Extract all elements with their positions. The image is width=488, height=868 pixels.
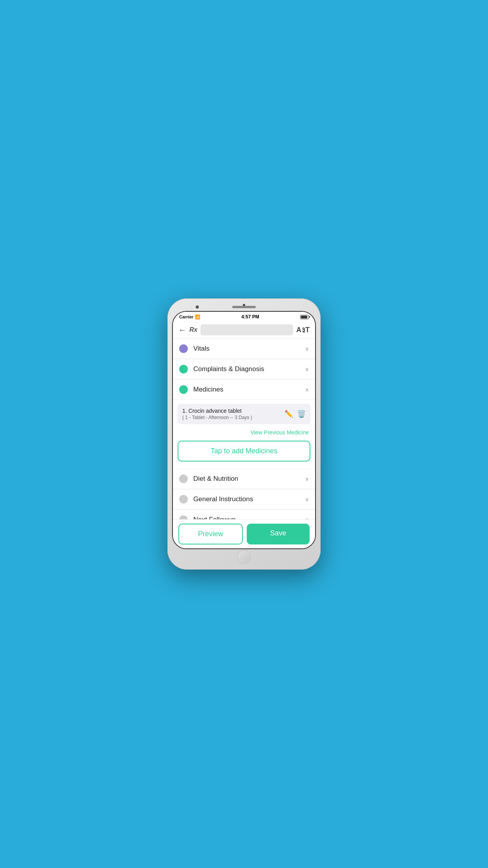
wifi-icon: 📶 <box>195 314 200 320</box>
general-section: General Instructions ∨ <box>173 489 315 509</box>
vitals-section: Vitals ∨ <box>173 339 315 359</box>
scroll-area: Vitals ∨ Complaints & Diagnosis ∨ Medici… <box>173 339 315 519</box>
general-title: General Instructions <box>193 495 305 503</box>
vitals-title: Vitals <box>193 345 305 353</box>
phone-screen: Carrier 📶 4:57 PM ← Rx A३T Vitals <box>172 311 316 549</box>
phone-frame: Carrier 📶 4:57 PM ← Rx A३T Vitals <box>167 298 321 570</box>
status-bar: Carrier 📶 4:57 PM <box>173 312 315 321</box>
battery-fill <box>301 316 307 318</box>
status-left: Carrier 📶 <box>179 314 200 320</box>
medicines-content: 1. Crocin advance tablet ( 1 - Tablet - … <box>173 400 315 469</box>
medicines-header[interactable]: Medicines ∧ <box>173 380 315 400</box>
view-previous-container: View Previous Medicine <box>178 427 310 439</box>
rx-label: Rx <box>189 326 197 333</box>
vitals-dot <box>179 344 188 353</box>
diet-dot <box>179 474 188 483</box>
medicines-section: Medicines ∧ 1. Crocin advance tablet ( 1… <box>173 380 315 469</box>
medicine-name: 1. Crocin advance tablet <box>182 408 284 414</box>
preview-button[interactable]: Preview <box>178 524 243 544</box>
phone-top <box>172 303 316 311</box>
app-header: ← Rx A३T <box>173 321 315 339</box>
save-button[interactable]: Save <box>247 524 310 544</box>
medicines-dot <box>179 385 188 394</box>
header-input[interactable] <box>200 324 293 335</box>
vitals-chevron: ∨ <box>305 346 309 352</box>
followup-chevron: ∨ <box>305 517 309 519</box>
vitals-header[interactable]: Vitals ∨ <box>173 339 315 359</box>
complaints-dot <box>179 365 188 373</box>
diet-section: Diet & Nutrition ∨ <box>173 469 315 489</box>
followup-section: Next Followup ∨ <box>173 510 315 519</box>
complaints-chevron: ∨ <box>305 366 309 372</box>
back-button[interactable]: ← <box>178 326 186 335</box>
phone-bottom <box>172 549 316 565</box>
battery-icon <box>300 315 309 319</box>
medicines-chevron: ∧ <box>305 386 309 393</box>
diet-chevron: ∨ <box>305 476 309 482</box>
home-button[interactable] <box>237 550 251 564</box>
battery-container <box>300 315 309 319</box>
bottom-bar: Preview Save <box>173 519 315 548</box>
view-previous-link[interactable]: View Previous Medicine <box>251 429 309 436</box>
language-button[interactable]: A३T <box>296 326 310 334</box>
medicine-item: 1. Crocin advance tablet ( 1 - Tablet - … <box>178 404 310 424</box>
phone-speaker <box>232 306 256 308</box>
edit-icon[interactable]: ✏️ <box>284 410 293 418</box>
followup-dot <box>179 515 188 519</box>
medicines-title: Medicines <box>193 386 305 394</box>
complaints-section: Complaints & Diagnosis ∨ <box>173 359 315 379</box>
diet-header[interactable]: Diet & Nutrition ∨ <box>173 469 315 489</box>
tap-add-medicines-button[interactable]: Tap to add Medicines <box>178 441 310 462</box>
general-header[interactable]: General Instructions ∨ <box>173 489 315 509</box>
diet-title: Diet & Nutrition <box>193 475 305 483</box>
general-dot <box>179 495 188 504</box>
followup-title: Next Followup <box>193 516 305 519</box>
complaints-title: Complaints & Diagnosis <box>193 365 305 373</box>
followup-header[interactable]: Next Followup ∨ <box>173 510 315 519</box>
status-time: 4:57 PM <box>241 314 259 320</box>
medicine-detail: ( 1 - Tablet - Afternoon -- 3 Days ) <box>182 415 284 420</box>
general-chevron: ∨ <box>305 496 309 502</box>
delete-icon[interactable]: 🗑️ <box>297 410 306 418</box>
carrier-label: Carrier <box>179 314 193 319</box>
medicine-actions: ✏️ 🗑️ <box>284 410 306 418</box>
complaints-header[interactable]: Complaints & Diagnosis ∨ <box>173 359 315 379</box>
phone-camera <box>196 305 199 309</box>
medicine-text: 1. Crocin advance tablet ( 1 - Tablet - … <box>182 408 284 420</box>
